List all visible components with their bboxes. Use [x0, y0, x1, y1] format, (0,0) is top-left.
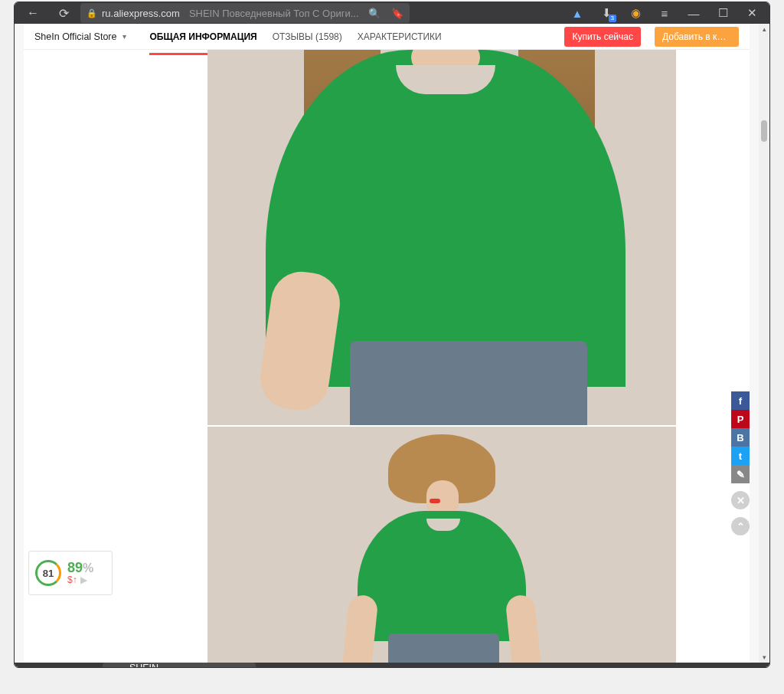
page-content: SheIn Official Store ▾ ОБЩАЯ ИНФОРМАЦИЯ … [24, 24, 750, 663]
minimize-button[interactable]: — [681, 2, 707, 24]
product-tabs: ОБЩАЯ ИНФОРМАЦИЯ ОТЗЫВЫ (1598) ХАРАКТЕРИ… [149, 25, 441, 48]
share-pinterest-button[interactable]: P [731, 410, 750, 428]
scrollbar-down-arrow[interactable]: ▾ [759, 652, 769, 663]
address-bar[interactable]: 🔒 ru.aliexpress.com SHEIN Повседневный Т… [80, 3, 410, 23]
browser-window: ← ⟳ 🔒 ru.aliexpress.com SHEIN Повседневн… [14, 2, 770, 668]
share-vk-button[interactable]: B [731, 428, 750, 447]
search-icon[interactable]: 🔍 [368, 8, 381, 19]
product-image-1 [207, 50, 676, 425]
add-to-cart-button[interactable]: Добавить в кор... [655, 27, 739, 47]
price-indicator: $↑ [67, 575, 77, 585]
rating-details: 89% $↑ ▶ [67, 561, 93, 585]
downloads-badge: 3 [609, 15, 616, 22]
product-image-column [207, 50, 676, 663]
buy-now-button[interactable]: Купить сейчас [564, 27, 641, 47]
downloads-icon[interactable]: ⬇3 [593, 2, 619, 24]
services-icon[interactable]: ▲ [564, 2, 590, 24]
maximize-button[interactable]: ☐ [710, 2, 736, 24]
scroll-top-button[interactable]: ⌃ [731, 517, 750, 535]
back-button[interactable]: ← [19, 2, 47, 24]
product-sticky-header: SheIn Official Store ▾ ОБЩАЯ ИНФОРМАЦИЯ … [24, 24, 750, 50]
chevron-down-icon: ▾ [122, 32, 126, 41]
lock-icon: 🔒 [87, 8, 97, 18]
share-facebook-button[interactable]: f [731, 391, 750, 410]
browser-tabstrip: Lumpics.ru SHEIN Повседневный Т × + [15, 663, 769, 668]
close-window-button[interactable]: ✕ [739, 2, 765, 24]
play-icon: ▶ [80, 575, 87, 585]
tab-specs[interactable]: ХАРАКТЕРИСТИКИ [358, 25, 442, 48]
tab-label: SHEIN Повседневный Т [129, 663, 226, 668]
store-name: SheIn Official Store [34, 31, 116, 42]
store-selector[interactable]: SheIn Official Store ▾ [34, 31, 126, 42]
vertical-scrollbar[interactable]: ▴ ▾ [759, 24, 769, 663]
rating-score: 81 [35, 560, 61, 586]
social-share-strip: f P B t ✎ ✕ ⌃ [731, 391, 750, 535]
percent-symbol: % [83, 561, 93, 575]
tab-reviews[interactable]: ОТЗЫВЫ (1598) [273, 25, 342, 48]
product-image-2 [207, 425, 676, 663]
scrollbar-up-arrow[interactable]: ▴ [759, 24, 769, 34]
new-tab-button[interactable]: + [256, 663, 277, 668]
menu-icon[interactable]: ≡ [652, 2, 678, 24]
extension-icon[interactable]: ◉ [622, 2, 648, 24]
browser-toolbar: ← ⟳ 🔒 ru.aliexpress.com SHEIN Повседневн… [15, 2, 769, 24]
rating-percent: 89 [67, 560, 83, 575]
url-title: SHEIN Повседневный Топ С Ориги... [189, 8, 359, 19]
reload-button[interactable]: ⟳ [50, 2, 77, 24]
share-edit-button[interactable]: ✎ [731, 465, 750, 483]
rating-widget[interactable]: 81 89% $↑ ▶ [28, 551, 113, 595]
browser-tab-lumpics[interactable]: Lumpics.ru [18, 663, 103, 668]
scrollbar-thumb[interactable] [761, 120, 767, 142]
viewport: SheIn Official Store ▾ ОБЩАЯ ИНФОРМАЦИЯ … [15, 24, 769, 663]
url-domain: ru.aliexpress.com [102, 8, 180, 19]
browser-tab-aliexpress[interactable]: SHEIN Повседневный Т × [103, 663, 256, 668]
share-twitter-button[interactable]: t [731, 447, 750, 465]
bookmark-icon[interactable]: 🔖 [391, 8, 403, 19]
close-panel-button[interactable]: ✕ [731, 491, 750, 509]
close-tab-icon[interactable]: × [238, 667, 245, 669]
